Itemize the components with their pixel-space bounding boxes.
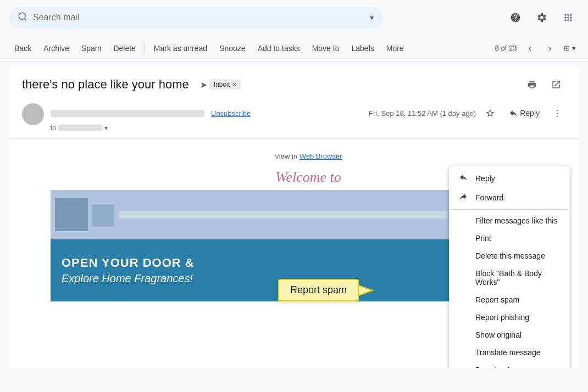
unsubscribe-link[interactable]: Unsubscribe [211,109,251,117]
menu-item-translate[interactable]: Translate message [449,344,570,361]
more-button[interactable]: More [381,41,409,56]
tooltip-label: Report spam [290,284,347,295]
context-menu: Reply Forward Filter messages like this … [449,166,570,368]
message-meta: Unsubscribe Fri, Sep 18, 11:52 AM (1 day… [22,103,566,132]
menu-divider-1 [449,209,570,210]
menu-report-spam-label: Report spam [475,295,519,304]
menu-item-report-spam[interactable]: Report spam [449,291,570,309]
back-button[interactable]: Back [9,41,37,56]
menu-delete-label: Delete this message [475,251,545,260]
sender-row: Unsubscribe Fri, Sep 18, 11:52 AM (1 day… [51,103,566,123]
search-container[interactable]: ▾ [9,7,382,29]
to-label: to [51,124,56,132]
email-subject: there's no place like your home [22,77,189,92]
to-address-blurred [58,125,102,131]
banner-text-placeholder [119,211,447,219]
menu-filter-label: Filter messages like this [475,216,557,225]
toolbar-right: 8 of 23 ‹ › ⊞ ▾ [495,40,579,57]
menu-item-print[interactable]: Print [449,229,570,247]
spam-button[interactable]: Spam [76,41,107,56]
reply-icon [458,173,469,183]
menu-translate-label: Translate message [475,348,541,357]
settings-button[interactable] [531,7,553,29]
banner-image-1 [55,198,88,231]
sender-avatar [22,103,44,125]
menu-show-original-label: Show original [475,331,522,339]
more-options-button[interactable]: ⋮ [548,104,566,122]
help-button[interactable] [504,7,526,29]
toolbar-divider-1 [145,43,145,54]
labels-button[interactable]: Labels [346,41,379,56]
topbar-icons [504,7,579,29]
action-toolbar: Back Archive Spam Delete Mark as unread … [0,35,588,61]
menu-item-show-original[interactable]: Show original [449,326,570,344]
svg-line-1 [24,18,26,20]
next-nav-button[interactable]: › [541,40,558,57]
forward-icon [458,192,469,203]
to-expand-icon[interactable]: ▾ [104,124,108,132]
view-in-browser: View in Web Browser [51,148,566,165]
tooltip-arrow-inner [359,286,371,295]
message-row: Unsubscribe Fri, Sep 18, 11:52 AM (1 day… [9,103,579,139]
menu-item-delete[interactable]: Delete this message [449,247,570,265]
inbox-badge: Inbox ✕ [209,80,241,89]
view-in-browser-prefix: View in [274,152,297,160]
menu-item-download[interactable]: Download message [449,361,570,368]
prev-nav-button[interactable]: ‹ [521,40,539,57]
message-info: Unsubscribe Fri, Sep 18, 11:52 AM (1 day… [51,103,566,132]
menu-item-block[interactable]: Block "Bath & Body Works" [449,265,570,291]
message-date: Fri, Sep 18, 11:52 AM (1 day ago) [369,109,476,117]
inbox-label: Inbox [214,81,230,88]
view-in-browser-link[interactable]: Web Browser [299,152,342,160]
reply-button-inline[interactable]: Reply [504,107,544,120]
menu-item-filter[interactable]: Filter messages like this [449,212,570,229]
menu-item-report-phishing[interactable]: Report phishing [449,309,570,326]
search-icon [18,12,27,24]
tag-forward-icon: ➤ [200,80,207,90]
menu-report-phishing-label: Report phishing [475,313,529,322]
delete-button[interactable]: Delete [108,41,141,56]
inbox-badge-close[interactable]: ✕ [232,81,237,88]
email-tag: ➤ Inbox ✕ [200,80,241,90]
to-row: to ▾ [51,124,566,132]
star-button[interactable] [480,103,500,123]
mark-unread-button[interactable]: Mark as unread [148,41,213,56]
snooze-button[interactable]: Snooze [214,41,251,56]
move-to-button[interactable]: Move to [307,41,345,56]
topbar: ▾ [0,0,588,35]
open-new-window-button[interactable] [546,75,566,94]
menu-item-forward[interactable]: Forward [449,188,570,207]
reply-label: Reply [520,109,540,117]
archive-button[interactable]: Archive [38,41,75,56]
menu-forward-label: Forward [475,193,503,202]
email-header: there's no place like your home ➤ Inbox … [9,66,579,103]
menu-item-reply[interactable]: Reply [449,169,570,188]
add-to-tasks-button[interactable]: Add to tasks [252,41,306,56]
sender-name-blurred [51,110,204,117]
menu-block-label: Block "Bath & Body Works" [475,269,559,287]
menu-reply-label: Reply [475,174,495,183]
header-right-icons [522,75,566,94]
search-input[interactable] [33,13,364,23]
sender-meta-right: Fri, Sep 18, 11:52 AM (1 day ago) Reply … [360,103,566,123]
report-spam-tooltip: Report spam [278,279,359,301]
apps-button[interactable] [557,7,579,29]
email-container: there's no place like your home ➤ Inbox … [9,66,579,368]
banner-image-2 [92,204,114,226]
menu-download-label: Download message [475,366,543,368]
menu-print-label: Print [475,234,491,243]
page-count: 8 of 23 [495,44,517,52]
view-toggle-button[interactable]: ⊞ ▾ [561,40,579,57]
print-button[interactable] [522,75,542,94]
search-dropdown-icon[interactable]: ▾ [370,13,374,22]
